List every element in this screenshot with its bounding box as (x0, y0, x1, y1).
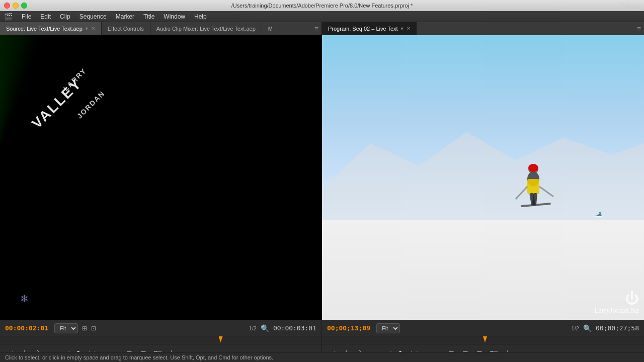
svg-point-8 (528, 164, 538, 172)
snow-ground (322, 220, 644, 320)
program-panel-menu-icon[interactable]: ≡ (637, 25, 641, 33)
tab-program[interactable]: Program: Seq 02 – Live Text ▼ ✕ (322, 22, 417, 35)
source-ruler-marker (219, 336, 223, 342)
source-preview-content: VALLEY LARRY JORDAN ❄ (0, 35, 321, 320)
window-title: /Users/training/Documents/Adobe/Premiere… (231, 3, 413, 9)
tab-audio-clip-mixer[interactable]: Audio Clip Mixer: Live Text/Live Text.ae… (150, 22, 262, 35)
menu-item-title[interactable]: Title (139, 12, 158, 21)
title-bar: /Users/training/Documents/Adobe/Premiere… (0, 0, 644, 11)
menu-item-clip[interactable]: Clip (56, 12, 74, 21)
tab-m[interactable]: M (262, 22, 279, 35)
source-safe-icon[interactable]: ⊡ (91, 325, 96, 332)
menu-item-window[interactable]: Window (159, 12, 189, 21)
svg-line-6 (516, 187, 527, 199)
source-panel: Source: Live Text/Live Text.aep ▼ ✕ Effe… (0, 22, 322, 362)
menu-item-help[interactable]: Help (190, 12, 211, 21)
source-tab-close[interactable]: ✕ (91, 26, 95, 31)
source-timecode-bar: 00:00:02:01 Fit ⊞ ⊡ 1/2 🔍 00:00:03:01 (0, 320, 321, 336)
program-timecode[interactable]: 00;00;13;09 (327, 324, 372, 332)
app-icon: 🎬 (4, 13, 13, 21)
source-tab-bar: Source: Live Text/Live Text.aep ▼ ✕ Effe… (0, 22, 321, 35)
source-frame-icon[interactable]: ⊞ (82, 325, 87, 332)
menu-item-edit[interactable]: Edit (36, 12, 55, 21)
arc-background (0, 35, 101, 320)
source-preview: VALLEY LARRY JORDAN ❄ (0, 35, 321, 320)
status-bar: Click to select, or click in empty space… (0, 352, 644, 362)
program-tab-close[interactable]: ✕ (407, 26, 411, 31)
program-fit-dropdown[interactable]: Fit (376, 323, 400, 333)
source-scale: 1/2 (249, 325, 257, 331)
menu-bar: 🎬 File Edit Clip Sequence Marker Title W… (0, 11, 644, 22)
skier-scene: 🎿 (322, 35, 644, 320)
panel-menu-icon[interactable]: ≡ (314, 25, 318, 33)
source-tab-dropdown[interactable]: ▼ (85, 26, 89, 31)
program-panel-menu[interactable]: ≡ (634, 22, 644, 35)
program-timecode-bar: 00;00;13;09 Fit 1/2 🔍 00;00;27;58 (322, 320, 644, 336)
second-skier: 🎿 (595, 210, 602, 217)
title-bar-right: Training (620, 3, 640, 9)
source-zoom-icon[interactable]: 🔍 (261, 324, 269, 332)
skier-svg (483, 159, 584, 234)
close-button[interactable] (4, 3, 10, 9)
menu-item-sequence[interactable]: Sequence (75, 12, 111, 21)
program-ruler-marker (483, 336, 487, 342)
window-controls[interactable] (4, 3, 27, 9)
program-timecode-end: 00;00;27;58 (596, 324, 639, 332)
program-panel: Program: Seq 02 – Live Text ▼ ✕ ≡ (322, 22, 644, 362)
svg-line-7 (539, 187, 553, 197)
svg-rect-2 (527, 179, 539, 194)
main-layout: Source: Live Text/Live Text.aep ▼ ✕ Effe… (0, 22, 644, 362)
program-zoom-icon[interactable]: 🔍 (583, 324, 592, 332)
program-tab-dropdown[interactable]: ▼ (400, 26, 405, 31)
source-timecode[interactable]: 00:00:02:01 (5, 324, 50, 332)
program-scale: 1/2 (572, 325, 579, 331)
program-ruler (322, 336, 644, 344)
menu-item-file[interactable]: File (18, 12, 35, 21)
training-label: Training (620, 3, 640, 9)
source-panel-menu[interactable]: ≡ (311, 22, 321, 35)
menu-item-marker[interactable]: Marker (112, 12, 138, 21)
program-tab-bar: Program: Seq 02 – Live Text ▼ ✕ ≡ (322, 22, 644, 35)
program-preview: 🎿 ⏻ LarryJordan.biz (322, 35, 644, 320)
minimize-button[interactable] (13, 3, 19, 9)
maximize-button[interactable] (21, 3, 27, 9)
tab-source[interactable]: Source: Live Text/Live Text.aep ▼ ✕ (0, 22, 102, 35)
status-message: Click to select, or click in empty space… (5, 354, 273, 360)
tab-effect-controls[interactable]: Effect Controls (102, 22, 150, 35)
source-fit-dropdown[interactable]: Fit (54, 323, 78, 333)
source-timecode-end: 00:00:03:01 (273, 324, 316, 332)
snowflake-icon: ❄ (20, 293, 29, 305)
source-ruler (0, 336, 321, 344)
